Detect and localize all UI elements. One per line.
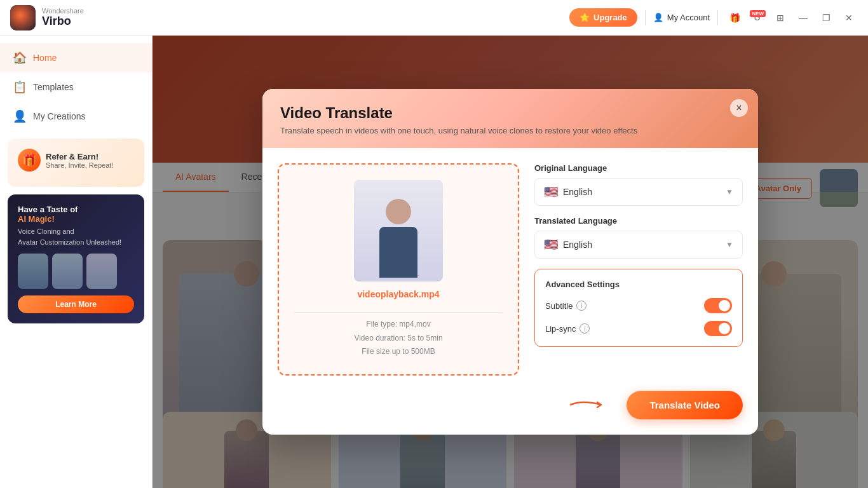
app-brand-label: Wondershare [42, 7, 84, 15]
learn-more-button[interactable]: Learn More [18, 295, 134, 313]
divider [294, 312, 503, 313]
modal-subtitle: Translate speech in videos with one touc… [280, 126, 740, 135]
lipsync-toggle[interactable] [704, 321, 732, 336]
app-brand-area: Wondershare Virbo [10, 5, 84, 30]
my-creations-icon: 👤 [13, 109, 27, 123]
sidebar-item-templates[interactable]: 📋 Templates [0, 72, 152, 102]
lipsync-info-icon[interactable]: i [580, 323, 590, 334]
person-head [386, 199, 411, 224]
close-icon: × [736, 102, 742, 114]
toggle-slider [704, 298, 732, 313]
us-flag-icon-2: 🇺🇸 [544, 238, 558, 252]
info-letter-2: i [584, 325, 585, 332]
right-panel: Original Language 🇺🇸 English ▼ [534, 163, 743, 376]
my-account-label: My Account [667, 13, 710, 22]
lipsync-setting-row: Lip-sync i [545, 321, 732, 336]
subtitle-label: Subtitle i [545, 301, 587, 311]
video-translate-modal: Video Translate Translate speech in vide… [262, 89, 758, 435]
modal-footer: Translate Video [262, 391, 758, 435]
translate-video-button[interactable]: Translate Video [627, 391, 743, 419]
translated-language-value: English [563, 240, 592, 250]
refer-top: 🎁 Refer & Earn! Share, Invite, Repeat! [18, 149, 134, 172]
minimize-icon: — [799, 13, 808, 23]
separator [645, 10, 646, 25]
upgrade-label: Upgrade [593, 13, 627, 22]
close-button[interactable]: ✕ [840, 9, 858, 27]
ai-card-sub: Voice Cloning andAvatar Customization Un… [18, 226, 134, 247]
modal-header: Video Translate Translate speech in vide… [262, 89, 758, 148]
translated-language-field: Translated Language 🇺🇸 English ▼ [534, 216, 743, 259]
sidebar-item-home[interactable]: 🏠 Home [0, 43, 152, 72]
ai-card-title: Have a Taste of AI Magic! [18, 205, 134, 224]
titlebar: Wondershare Virbo ⭐ Upgrade 👤 My Account… [0, 0, 868, 36]
original-language-label: Original Language [534, 163, 743, 173]
info-letter: i [581, 302, 582, 309]
original-language-field: Original Language 🇺🇸 English ▼ [534, 163, 743, 206]
arrow-svg [569, 397, 614, 412]
sidebar: 🏠 Home 📋 Templates 👤 My Creations 🎁 Refe… [0, 36, 153, 488]
translated-language-label: Translated Language [534, 216, 743, 226]
sidebar-item-my-creations-label: My Creations [33, 111, 85, 121]
window-controls: 🎁 NEW ↺ ⊞ — ❐ ✕ [726, 9, 858, 27]
upgrade-star-icon: ⭐ [580, 13, 590, 22]
grid-icon: ⊞ [776, 13, 784, 23]
main-content: AI Avatars Recent Export Avatar Only 🔍 [153, 36, 868, 488]
modal-body: videoplayback.mp4 File type: mp4,mov Vid… [262, 148, 758, 391]
separator2 [717, 10, 718, 25]
refer-title: Refer & Earn! [46, 152, 113, 161]
file-info: File type: mp4,mov Video duration: 5s to… [354, 318, 442, 359]
restore-icon: ❐ [822, 13, 831, 23]
refresh-icon-btn[interactable]: NEW ↺ [749, 9, 766, 27]
app-body: 🏠 Home 📋 Templates 👤 My Creations 🎁 Refe… [0, 36, 868, 488]
lipsync-label: Lip-sync i [545, 323, 590, 334]
arrow-hint [569, 397, 614, 412]
person-figure [373, 199, 424, 281]
close-icon: ✕ [845, 13, 853, 23]
ai-magic-card: Have a Taste of AI Magic! Voice Cloning … [8, 194, 144, 323]
app-name-block: Wondershare Virbo [42, 7, 84, 28]
advanced-settings-panel: Advanced Settings Subtitle i [534, 269, 743, 347]
subtitle-info-icon[interactable]: i [576, 301, 587, 311]
templates-icon: 📋 [13, 80, 27, 94]
original-language-value: English [563, 187, 592, 197]
original-language-select[interactable]: 🇺🇸 English ▼ [534, 178, 743, 206]
new-badge: NEW [750, 10, 766, 17]
titlebar-actions: ⭐ Upgrade 👤 My Account 🎁 NEW ↺ ⊞ — ❐ [569, 8, 858, 27]
user-icon: 👤 [653, 13, 663, 22]
person-body [379, 227, 417, 278]
modal-backdrop: Video Translate Translate speech in vide… [153, 36, 868, 488]
translated-language-select[interactable]: 🇺🇸 English ▼ [534, 231, 743, 259]
advanced-settings-title: Advanced Settings [545, 280, 732, 289]
home-icon: 🏠 [13, 51, 27, 65]
sidebar-item-home-label: Home [33, 53, 57, 63]
subtitle-setting-row: Subtitle i [545, 298, 732, 313]
ai-card-preview-images [18, 254, 134, 289]
refer-sub: Share, Invite, Repeat! [46, 161, 113, 169]
my-account-button[interactable]: 👤 My Account [653, 13, 710, 22]
upload-area[interactable]: videoplayback.mp4 File type: mp4,mov Vid… [278, 163, 519, 376]
video-preview [354, 180, 443, 281]
modal-close-button[interactable]: × [730, 99, 748, 117]
subtitle-toggle[interactable] [704, 298, 732, 313]
us-flag-icon: 🇺🇸 [544, 185, 558, 199]
file-name: videoplayback.mp4 [357, 289, 439, 299]
refer-badge-icon: 🎁 [18, 149, 41, 172]
app-logo [10, 5, 36, 30]
toggle-slider-2 [704, 321, 732, 336]
gift-icon-btn[interactable]: 🎁 [726, 9, 743, 27]
app-name-label: Virbo [42, 15, 84, 28]
grid-icon-btn[interactable]: ⊞ [771, 9, 789, 27]
sidebar-item-my-creations[interactable]: 👤 My Creations [0, 102, 152, 131]
chevron-down-icon: ▼ [726, 187, 733, 196]
chevron-down-icon-2: ▼ [726, 240, 733, 249]
sidebar-item-templates-label: Templates [33, 82, 74, 92]
minimize-button[interactable]: — [794, 9, 812, 27]
refer-earn-card: 🎁 Refer & Earn! Share, Invite, Repeat! [8, 139, 144, 187]
modal-title: Video Translate [280, 104, 740, 122]
gift-icon: 🎁 [729, 13, 740, 23]
upgrade-button[interactable]: ⭐ Upgrade [569, 8, 637, 27]
restore-button[interactable]: ❐ [817, 9, 835, 27]
